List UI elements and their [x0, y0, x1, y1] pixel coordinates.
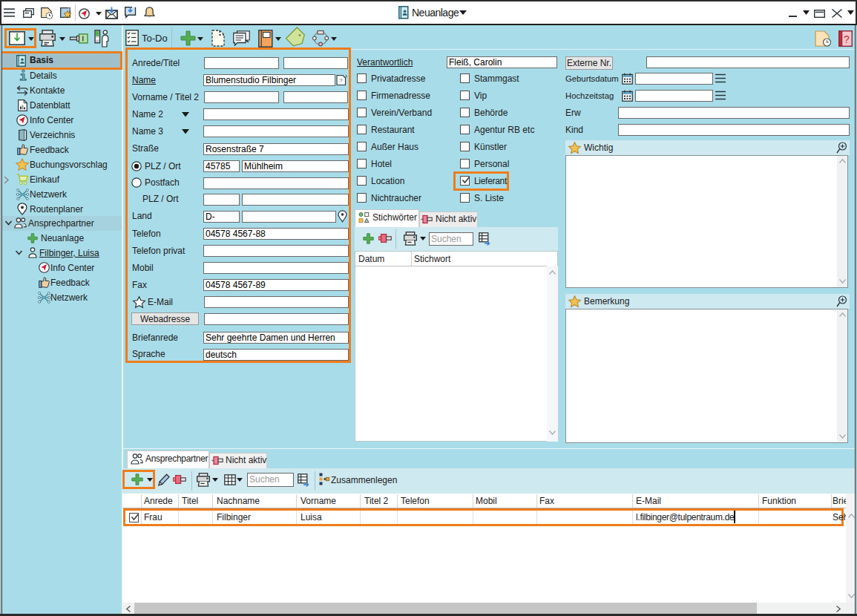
- svg-text:?: ?: [844, 33, 850, 45]
- svg-text:?: ?: [339, 77, 343, 84]
